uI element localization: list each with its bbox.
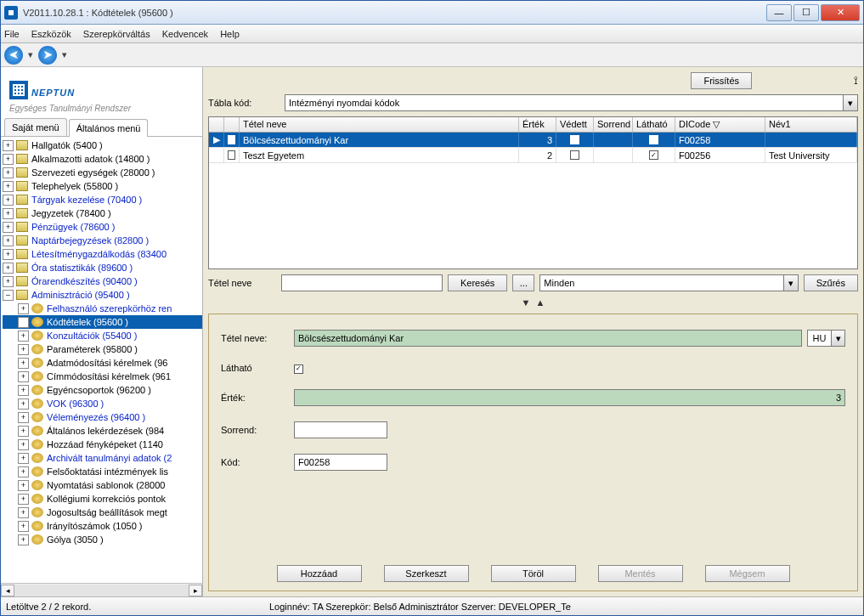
menu-help[interactable]: Help <box>220 29 240 39</box>
tree-item[interactable]: +Kollégiumi korrekciós pontok <box>3 492 202 506</box>
tree-hscroll[interactable]: ◂ ▸ <box>1 583 202 596</box>
tree-item[interactable]: +Órarendkészítés (90400 ) <box>3 274 202 288</box>
scroll-right-button[interactable]: ▸ <box>189 585 202 596</box>
expand-icon[interactable]: + <box>3 249 14 260</box>
grid-header-cell[interactable]: Tétel neve <box>240 117 519 132</box>
row-select-checkbox[interactable] <box>228 150 235 160</box>
tree-item[interactable]: +Tárgyak kezelése (70400 ) <box>3 193 202 206</box>
collapse-icon[interactable]: – <box>3 290 14 301</box>
visible-checkbox[interactable]: ✓ <box>649 150 658 160</box>
expand-icon[interactable]: + <box>3 222 14 233</box>
expand-icon[interactable]: + <box>18 466 29 478</box>
tree-item[interactable]: +Hallgatók (5400 ) <box>3 138 202 152</box>
save-button[interactable]: Mentés <box>598 565 683 582</box>
add-button[interactable]: Hozzáad <box>277 565 362 582</box>
table-code-dropdown[interactable]: ▾ <box>844 94 858 111</box>
delete-button[interactable]: Töröl <box>491 565 576 582</box>
grid-header-cell[interactable]: Érték <box>519 117 556 132</box>
tree-item[interactable]: +Paraméterek (95800 ) <box>3 342 202 356</box>
grid-header-cell[interactable]: Védett <box>556 117 594 132</box>
minimize-button[interactable]: — <box>766 4 792 21</box>
tree-item[interactable]: +Gólya (3050 ) <box>3 533 202 546</box>
expand-icon[interactable]: + <box>18 317 29 328</box>
menu-roleswap[interactable]: Szerepkörváltás <box>83 29 150 39</box>
tree-item[interactable]: +Kódtételek (95600 ) <box>3 315 202 329</box>
expand-icon[interactable]: + <box>3 154 14 165</box>
expand-icon[interactable]: + <box>18 303 29 314</box>
menu-tools[interactable]: Eszközök <box>31 29 71 39</box>
grid-header-cell[interactable] <box>224 117 240 132</box>
tree-item[interactable]: +Szervezeti egységek (28000 ) <box>3 166 202 179</box>
detail-value-input[interactable] <box>294 389 845 406</box>
tree-item[interactable]: +Jogosultság beállítások megt <box>3 506 202 519</box>
row-select[interactable] <box>224 148 240 162</box>
menu-file[interactable]: File <box>4 29 20 39</box>
tree-item[interactable]: +Címmódosítási kérelmek (961 <box>3 370 202 383</box>
tree-item[interactable]: +VOK (96300 ) <box>3 397 202 410</box>
grid-header-cell[interactable]: Sorrend <box>594 117 633 132</box>
search-input[interactable] <box>281 274 443 291</box>
expand-icon[interactable]: + <box>18 534 29 545</box>
cell-protected[interactable] <box>556 148 594 162</box>
refresh-button[interactable]: Frissítés <box>691 72 752 89</box>
cell-protected[interactable] <box>556 133 594 147</box>
tree-item[interactable]: +Általános lekérdezések (984 <box>3 424 202 438</box>
grid-body[interactable]: ▶Bölcsészettudományi Kar3✓F00258Teszt Eg… <box>209 133 857 268</box>
nav-forward-button[interactable]: ⮞ <box>38 46 57 65</box>
table-code-combo[interactable] <box>285 94 844 111</box>
expand-icon[interactable]: + <box>18 371 29 382</box>
tree-item[interactable]: +Létesítménygazdálkodás (83400 <box>3 247 202 261</box>
protected-checkbox[interactable] <box>570 150 579 160</box>
expand-icon[interactable]: + <box>3 195 14 206</box>
expand-icon[interactable]: + <box>3 167 14 178</box>
visible-checkbox[interactable]: ✓ <box>649 135 658 144</box>
tree-item[interactable]: +Irányítószámok (1050 ) <box>3 519 202 533</box>
expand-icon[interactable]: + <box>18 358 29 369</box>
search-more-button[interactable]: ... <box>512 274 534 291</box>
tree-item[interactable]: +Telephelyek (55800 ) <box>3 179 202 193</box>
search-button[interactable]: Keresés <box>448 274 507 291</box>
table-row[interactable]: Teszt Egyetem2✓F00256Test University <box>209 148 857 163</box>
expand-icon[interactable]: + <box>18 331 29 342</box>
detail-code-input[interactable] <box>294 454 387 471</box>
protected-checkbox[interactable] <box>570 135 579 144</box>
grid-header-cell[interactable] <box>209 117 224 132</box>
tree-item[interactable]: +Alkalmazotti adatok (14800 ) <box>3 152 202 166</box>
pin-icon[interactable]: ⟟ <box>854 74 858 88</box>
grid-header-cell[interactable]: Látható <box>633 117 675 132</box>
tree-item[interactable]: +Hozzáad fényképeket (1140 <box>3 438 202 451</box>
grid-header-cell[interactable]: Név1 <box>765 117 857 132</box>
expand-icon[interactable]: + <box>18 344 29 355</box>
expand-icon[interactable]: + <box>18 439 29 450</box>
tree-item[interactable]: +Nyomtatási sablonok (28000 <box>3 478 202 492</box>
tree-item[interactable]: +Jegyzetek (78400 ) <box>3 206 202 220</box>
cell-visible[interactable]: ✓ <box>633 133 675 147</box>
expand-icon[interactable]: + <box>3 263 14 274</box>
expand-icon[interactable]: + <box>3 140 14 151</box>
detail-lang-dropdown[interactable]: ▾ <box>831 330 845 347</box>
scroll-left-button[interactable]: ◂ <box>1 585 14 596</box>
detail-visible-checkbox[interactable]: ✓ <box>294 365 303 374</box>
expand-icon[interactable]: + <box>18 494 29 505</box>
expand-icon[interactable]: + <box>18 385 29 396</box>
close-button[interactable]: ✕ <box>821 4 860 21</box>
grid-header-cell[interactable]: DICode ▽ <box>675 117 765 132</box>
expand-icon[interactable]: + <box>18 412 29 423</box>
tab-general-menu[interactable]: Általános menü <box>69 119 149 137</box>
expand-icon[interactable]: + <box>3 235 14 246</box>
tree-item[interactable]: +Véleményezés (96400 ) <box>3 410 202 424</box>
expand-icon[interactable]: + <box>18 507 29 518</box>
cell-visible[interactable]: ✓ <box>633 148 675 162</box>
detail-name-input[interactable] <box>294 330 802 347</box>
row-select-checkbox[interactable] <box>228 135 235 144</box>
tree-item[interactable]: +Felhasználó szerepkörhöz ren <box>3 302 202 315</box>
expand-icon[interactable]: + <box>18 398 29 410</box>
filter-button[interactable]: Szűrés <box>804 274 858 291</box>
tree-item[interactable]: +Egyéncsoportok (96200 ) <box>3 383 202 397</box>
expand-icon[interactable]: + <box>18 426 29 437</box>
tree-item[interactable]: +Pénzügyek (78600 ) <box>3 220 202 234</box>
tree-item[interactable]: +Adatmódosítási kérelmek (96 <box>3 356 202 370</box>
filter-scope-dropdown[interactable]: ▾ <box>784 274 799 291</box>
expand-icon[interactable]: + <box>18 480 29 491</box>
edit-button[interactable]: Szerkeszt <box>384 565 469 582</box>
